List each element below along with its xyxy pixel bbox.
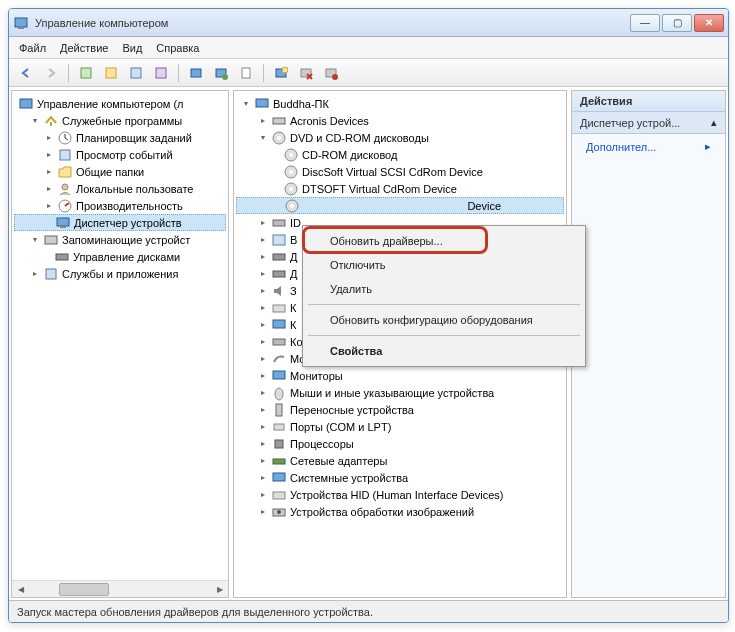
svg-rect-27 <box>273 118 285 124</box>
svg-rect-38 <box>273 220 285 226</box>
ctx-disable[interactable]: Отключить <box>306 253 582 277</box>
dev-root[interactable]: ▾Buddha-ПК <box>236 95 564 112</box>
tb-icon-6[interactable] <box>210 62 232 84</box>
svg-rect-52 <box>273 492 285 499</box>
dev-discsoft[interactable]: DiscSoft Virtual SCSI CdRom Device <box>236 163 564 180</box>
tree-services[interactable]: ▸Службы и приложения <box>14 265 226 282</box>
tree-performance[interactable]: ▸Производительность <box>14 197 226 214</box>
svg-rect-16 <box>50 122 52 126</box>
svg-rect-47 <box>276 404 282 416</box>
svg-rect-43 <box>273 320 285 328</box>
expander-icon[interactable]: ▸ <box>43 200 54 211</box>
ctx-delete[interactable]: Удалить <box>306 277 582 301</box>
tb-icon-disable[interactable] <box>320 62 342 84</box>
actions-pane: Действия Диспетчер устрой...▴ Дополнител… <box>571 90 726 598</box>
tree-shared-folders[interactable]: ▸Общие папки <box>14 163 226 180</box>
svg-rect-39 <box>273 235 285 245</box>
dev-dvd[interactable]: ▾DVD и CD-ROM дисководы <box>236 129 564 146</box>
menu-help[interactable]: Справка <box>156 42 199 54</box>
app-icon <box>13 15 29 31</box>
dev-system[interactable]: ▸Системные устройства <box>236 469 564 486</box>
statusbar: Запуск мастера обновления драйверов для … <box>9 600 728 622</box>
expander-icon[interactable]: ▸ <box>43 149 54 160</box>
svg-rect-45 <box>273 371 285 379</box>
maximize-button[interactable]: ▢ <box>662 14 692 32</box>
expander-icon[interactable]: ▾ <box>29 115 40 126</box>
menu-action[interactable]: Действие <box>60 42 108 54</box>
menubar: Файл Действие Вид Справка <box>9 37 728 59</box>
tb-icon-7[interactable] <box>235 62 257 84</box>
svg-rect-42 <box>273 305 285 312</box>
expander-icon[interactable]: ▸ <box>29 268 40 279</box>
back-button[interactable] <box>15 62 37 84</box>
svg-point-37 <box>290 204 294 208</box>
dev-monitors[interactable]: ▸Мониторы <box>236 367 564 384</box>
svg-point-29 <box>277 136 281 140</box>
titlebar[interactable]: Управление компьютером — ▢ ✕ <box>9 9 728 37</box>
svg-point-14 <box>332 74 338 80</box>
svg-rect-15 <box>20 99 32 108</box>
tb-icon-2[interactable] <box>100 62 122 84</box>
menu-view[interactable]: Вид <box>122 42 142 54</box>
separator <box>308 335 580 336</box>
close-button[interactable]: ✕ <box>694 14 724 32</box>
actions-header: Действия <box>572 91 725 112</box>
tree-system-tools[interactable]: ▾Служебные программы <box>14 112 226 129</box>
svg-point-11 <box>282 67 288 73</box>
dev-mice[interactable]: ▸Мыши и иные указывающие устройства <box>236 384 564 401</box>
svg-rect-21 <box>57 218 69 226</box>
tree-root[interactable]: Управление компьютером (л <box>14 95 226 112</box>
svg-rect-22 <box>60 226 66 228</box>
actions-subheader[interactable]: Диспетчер устрой...▴ <box>572 112 725 134</box>
expander-icon[interactable]: ▸ <box>43 183 54 194</box>
svg-rect-5 <box>156 68 166 78</box>
tb-icon-1[interactable] <box>75 62 97 84</box>
tb-icon-uninstall[interactable] <box>295 62 317 84</box>
tb-icon-5[interactable] <box>185 62 207 84</box>
tree-local-users[interactable]: ▸Локальные пользовате <box>14 180 226 197</box>
svg-point-35 <box>289 187 293 191</box>
svg-rect-4 <box>131 68 141 78</box>
svg-point-46 <box>275 388 283 400</box>
dev-acronis[interactable]: ▸Acronis Devices <box>236 112 564 129</box>
svg-rect-2 <box>81 68 91 78</box>
dev-processors[interactable]: ▸Процессоры <box>236 435 564 452</box>
actions-more[interactable]: Дополнител...▸ <box>572 134 725 159</box>
svg-rect-3 <box>106 68 116 78</box>
minimize-button[interactable]: — <box>630 14 660 32</box>
svg-point-33 <box>289 170 293 174</box>
expander-icon[interactable]: ▾ <box>29 234 40 245</box>
svg-rect-48 <box>274 424 284 430</box>
svg-point-31 <box>289 153 293 157</box>
expander-icon[interactable]: ▸ <box>43 132 54 143</box>
ctx-update-drivers[interactable]: Обновить драйверы... <box>306 229 582 253</box>
svg-rect-24 <box>56 254 68 260</box>
menu-file[interactable]: Файл <box>19 42 46 54</box>
svg-rect-26 <box>256 99 268 107</box>
dev-network[interactable]: ▸Сетевые адаптеры <box>236 452 564 469</box>
svg-point-8 <box>222 74 228 80</box>
tree-disk-mgmt[interactable]: Управление дисками <box>14 248 226 265</box>
forward-button[interactable] <box>40 62 62 84</box>
main-window: Управление компьютером — ▢ ✕ Файл Действ… <box>8 8 729 623</box>
dev-ports[interactable]: ▸Порты (COM и LPT) <box>236 418 564 435</box>
dev-hid[interactable]: ▸Устройства HID (Human Interface Devices… <box>236 486 564 503</box>
dev-cdrom[interactable]: CD-ROM дисковод <box>236 146 564 163</box>
tb-icon-3[interactable] <box>125 62 147 84</box>
tree-storage[interactable]: ▾Запоминающие устройст <box>14 231 226 248</box>
separator <box>308 304 580 305</box>
tb-icon-4[interactable] <box>150 62 172 84</box>
ctx-properties[interactable]: Свойства <box>306 339 582 363</box>
dev-selected[interactable]: XXXXXXXXXXXXXXXXXXXXXXDevice <box>236 197 564 214</box>
tree-device-manager[interactable]: Диспетчер устройств <box>14 214 226 231</box>
dev-portable[interactable]: ▸Переносные устройства <box>236 401 564 418</box>
dev-dtsoft[interactable]: DTSOFT Virtual CdRom Device <box>236 180 564 197</box>
expander-icon[interactable]: ▸ <box>43 166 54 177</box>
tree-event-viewer[interactable]: ▸Просмотр событий <box>14 146 226 163</box>
dev-imaging[interactable]: ▸Устройства обработки изображений <box>236 503 564 520</box>
console-tree[interactable]: Управление компьютером (л ▾Служебные про… <box>12 91 228 286</box>
tb-icon-scan[interactable] <box>270 62 292 84</box>
tree-scheduler[interactable]: ▸Планировщик заданий <box>14 129 226 146</box>
hscroll-left[interactable]: ◀▶ <box>12 580 228 597</box>
ctx-scan[interactable]: Обновить конфигурацию оборудования <box>306 308 582 332</box>
